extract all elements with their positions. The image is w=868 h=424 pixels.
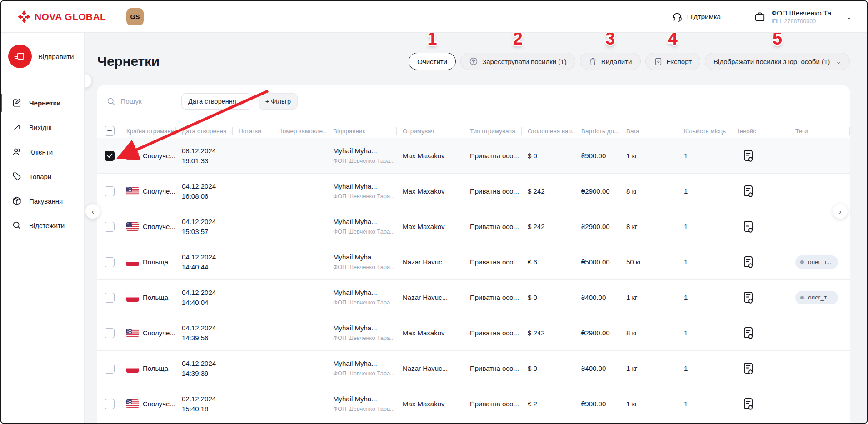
col-sender[interactable]: Відправник: [327, 124, 396, 138]
sidebar-item-label: Клієнти: [29, 148, 53, 156]
country-cell: Польща: [120, 258, 175, 266]
col-country[interactable]: Країна отримання: [120, 124, 175, 138]
col-date-created[interactable]: Дата створення: [175, 124, 232, 138]
invoice-document-icon[interactable]: [743, 291, 789, 304]
sender-cell: Myhail Myha... ФОП Шевченко Тара...: [327, 324, 396, 342]
invoice-document-icon[interactable]: [743, 326, 789, 340]
row-checkbox[interactable]: [105, 364, 115, 374]
table-row[interactable]: Польща 04.12.2024 14:39:39 Myhail Myha..…: [97, 350, 850, 386]
show-legal-entity-parcels-dropdown[interactable]: Відображати посилки з юр. особи (1) ⌄: [705, 53, 850, 70]
table-row[interactable]: Сполуче... 04.12.2024 15:03:57 Myhail My…: [97, 209, 850, 244]
search-input[interactable]: [120, 97, 175, 105]
row-checkbox[interactable]: [105, 186, 115, 196]
scroll-right-button[interactable]: ›: [833, 204, 848, 219]
row-checkbox[interactable]: [105, 151, 115, 161]
country-cell: Сполуче...: [120, 187, 175, 195]
sender-name: Myhail Myha...: [333, 359, 396, 368]
delivery-cost-cell: ₴2900.00: [575, 329, 620, 337]
invoice-cell: [732, 255, 789, 269]
country-name: Польща: [143, 294, 168, 301]
invoice-document-icon[interactable]: [743, 362, 789, 375]
invoice-document-icon[interactable]: [743, 255, 789, 269]
toolbar: 1 Очистити 2 Зареєструвати посилки (1): [409, 53, 850, 70]
table-row[interactable]: Польща 04.12.2024 14:40:04 Myhail Myha..…: [97, 279, 850, 315]
sidebar-item-drafts[interactable]: Чернетки: [1, 90, 84, 115]
table-row[interactable]: Сполуче... 02.12.2024 15:40:18 Myhail My…: [97, 386, 850, 421]
account-menu[interactable]: ФОП Шевченко Та... ІПН: 2788700000 ⌄: [740, 9, 867, 25]
table-row[interactable]: Сполуче... 08.12.2024 19:01:33 Myhail My…: [97, 138, 850, 173]
col-delivery-cost[interactable]: Вартість до...: [575, 124, 620, 138]
tag-chip[interactable]: олег_т...: [795, 291, 838, 304]
col-recipient-type[interactable]: Тип отримувача: [464, 124, 521, 138]
send-button[interactable]: Відправити: [1, 33, 84, 80]
invoice-document-icon[interactable]: [743, 185, 789, 198]
sender-name: Myhail Myha...: [333, 324, 396, 332]
col-recipient[interactable]: Отримувач: [396, 124, 464, 138]
sender-name: Myhail Myha...: [333, 288, 396, 297]
support-button[interactable]: Підтримка: [653, 11, 740, 22]
sidebar-item-label: Відстежити: [29, 222, 65, 229]
drafts-table: Країна отримання Дата створення Нотатки …: [97, 124, 850, 421]
poland-flag-icon: [126, 364, 139, 373]
register-parcels-button[interactable]: Зареєструвати посилки (1): [460, 53, 575, 70]
sidebar-collapse-button[interactable]: ‹: [85, 74, 91, 88]
scroll-left-button[interactable]: ‹: [85, 204, 100, 219]
invoice-document-icon[interactable]: [743, 220, 789, 234]
row-checkbox[interactable]: [105, 328, 115, 338]
tags-cell: олег_т...: [789, 291, 850, 304]
recipient-cell: Max Maxakov: [396, 223, 464, 230]
places-count-cell: 1: [678, 400, 732, 408]
annotation-number-2: 2: [513, 33, 523, 47]
clear-button[interactable]: Очистити: [409, 53, 456, 70]
sidebar-item-track[interactable]: Відстежити: [1, 213, 84, 238]
country-cell: Сполуче...: [120, 329, 175, 337]
poland-flag-icon: [126, 293, 139, 302]
delivery-cost-cell: ₴2900.00: [575, 187, 620, 195]
col-weight[interactable]: Вага: [620, 124, 678, 138]
invoice-document-icon[interactable]: [743, 397, 789, 411]
col-tags[interactable]: Теги: [789, 124, 850, 138]
us-flag-icon: [126, 151, 139, 160]
weight-cell: 8 кг: [620, 329, 678, 337]
add-filter-button[interactable]: + Фільтр: [259, 93, 298, 110]
table-row[interactable]: Сполуче... 04.12.2024 14:39:56 Myhail My…: [97, 315, 850, 350]
places-count-cell: 1: [678, 223, 732, 230]
search-box[interactable]: [106, 97, 175, 106]
sidebar-item-clients[interactable]: Клієнти: [1, 140, 84, 164]
tag-label: олег_т...: [808, 294, 831, 301]
nova-global-logo[interactable]: NOVA GLOBAL: [17, 10, 106, 24]
table-row[interactable]: Польща 04.12.2024 14:40:44 Myhail Myha..…: [97, 244, 850, 279]
date-cell: 04.12.2024 16:08:06: [175, 182, 232, 200]
delete-button[interactable]: Видалити: [580, 53, 641, 70]
row-select-cell: [97, 257, 120, 267]
recipient-type-cell: Приватна осо...: [464, 223, 521, 230]
row-checkbox[interactable]: [105, 399, 115, 409]
weight-cell: 8 кг: [620, 223, 678, 230]
sidebar-item-packaging[interactable]: Пакування: [1, 189, 84, 213]
tag-chip[interactable]: олег_т...: [795, 255, 838, 269]
select-all-checkbox[interactable]: [105, 126, 115, 136]
col-notes[interactable]: Нотатки: [232, 124, 272, 138]
col-order-number[interactable]: Номер замовле...: [272, 124, 327, 138]
row-checkbox[interactable]: [105, 293, 115, 303]
declared-value-cell: $ 242: [521, 329, 575, 337]
time-value: 15:40:18: [182, 404, 232, 413]
table-row[interactable]: Сполуче... 04.12.2024 16:08:06 Myhail My…: [97, 173, 850, 209]
row-checkbox[interactable]: [105, 222, 115, 232]
col-places-count[interactable]: Кількість місць: [678, 124, 732, 138]
table-body: Сполуче... 08.12.2024 19:01:33 Myhail My…: [97, 138, 850, 421]
export-button[interactable]: Експорт: [645, 53, 701, 70]
gs-badge[interactable]: GS: [126, 8, 144, 25]
sidebar-item-products[interactable]: Товари: [1, 164, 84, 189]
annotation-number-1: 1: [428, 33, 437, 47]
sidebar-item-outgoing[interactable]: Вихідні: [1, 115, 84, 140]
tag-label: олег_т...: [808, 259, 831, 265]
brand-divider: [116, 8, 116, 25]
weight-cell: 50 кг: [620, 258, 678, 266]
date-created-filter[interactable]: Дата створення ⌄: [181, 93, 252, 110]
col-declared-value[interactable]: Оголошена вар...: [521, 124, 575, 138]
us-flag-icon: [126, 329, 139, 337]
col-invoice[interactable]: Інвойс: [732, 124, 789, 138]
row-checkbox[interactable]: [105, 257, 115, 267]
invoice-document-icon[interactable]: [743, 149, 789, 163]
